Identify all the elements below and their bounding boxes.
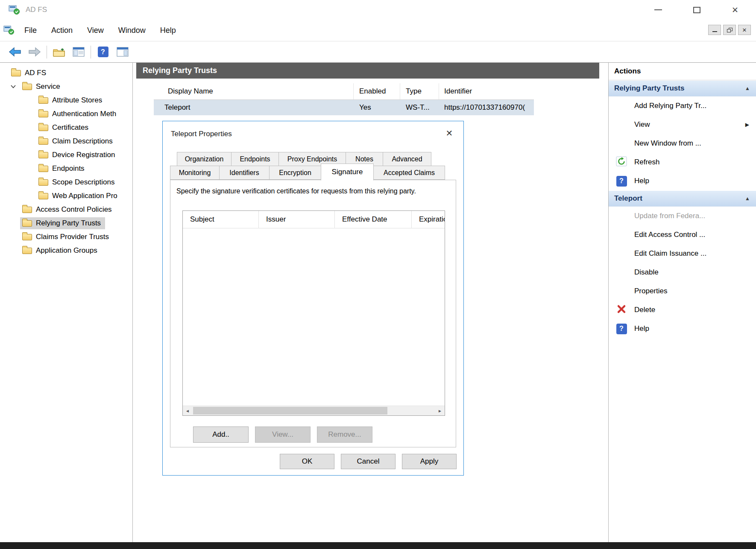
action-edit-access-control[interactable]: Edit Access Control ...	[609, 225, 756, 244]
mdi-restore-icon[interactable]	[723, 25, 736, 35]
column-effective-date[interactable]: Effective Date	[335, 211, 412, 228]
menu-file[interactable]: File	[17, 23, 44, 38]
dialog-close-icon[interactable]: ✕	[442, 126, 457, 140]
apply-button[interactable]: Apply	[402, 454, 457, 469]
folder-icon	[22, 220, 32, 227]
column-expiration[interactable]: Expiratio	[412, 211, 445, 228]
action-delete[interactable]: Delete	[609, 301, 756, 319]
actions-pane-title: Actions	[609, 63, 756, 80]
back-icon[interactable]	[5, 43, 25, 61]
actions-section-teleport[interactable]: Teleport ▲	[609, 190, 756, 207]
forward-icon[interactable]	[25, 43, 44, 61]
cell-identifier: https://10701337160970(	[439, 100, 534, 115]
action-pane-toggle-icon[interactable]	[113, 43, 132, 61]
dialog-tabs: Organization Endpoints Proxy Endpoints N…	[170, 152, 445, 180]
window-title: AD FS	[26, 6, 47, 14]
collapse-chevron-icon[interactable]: ▲	[745, 85, 750, 91]
column-enabled[interactable]: Enabled	[354, 83, 400, 99]
folder-icon	[38, 138, 48, 145]
action-view[interactable]: View ▶	[609, 115, 756, 134]
action-label: Edit Claim Issuance ...	[634, 249, 706, 258]
certificates-list[interactable]: Subject Issuer Effective Date Expiratio …	[182, 210, 445, 416]
toolbar-separator	[47, 46, 47, 58]
list-column-headers: Display Name Enabled Type Identifier	[154, 83, 534, 100]
tree-item-label: Application Groups	[36, 246, 97, 255]
folder-icon	[38, 97, 48, 104]
mdi-close-icon[interactable]: ✕	[738, 25, 751, 35]
add-button[interactable]: Add..	[193, 426, 249, 443]
tree-item-authentication-methods[interactable]: Authentication Meth	[0, 107, 132, 121]
action-new-window[interactable]: New Window from ...	[609, 134, 756, 153]
mdi-minimize-icon[interactable]	[708, 25, 721, 35]
tree-item-attribute-stores[interactable]: Attribute Stores	[0, 93, 132, 107]
scrollbar-thumb[interactable]	[193, 407, 387, 415]
ok-button[interactable]: OK	[280, 454, 334, 469]
certificates-column-headers: Subject Issuer Effective Date Expiratio	[183, 211, 445, 228]
section-header-label: Teleport	[614, 194, 642, 203]
action-help-teleport[interactable]: ? Help	[609, 319, 756, 338]
section-header-label: Relying Party Trusts	[614, 84, 684, 93]
tree-item-label: Claim Descriptions	[52, 137, 113, 146]
folder-icon	[38, 111, 48, 117]
actions-section-relying-party-trusts[interactable]: Relying Party Trusts ▲	[609, 80, 756, 96]
scroll-right-icon[interactable]: ►	[435, 406, 445, 415]
adfs-app-icon-small	[3, 25, 15, 36]
tab-signature[interactable]: Signature	[321, 164, 374, 181]
column-issuer[interactable]: Issuer	[259, 211, 335, 228]
action-help[interactable]: ? Help	[609, 172, 756, 190]
tree-item-service[interactable]: Service	[0, 80, 132, 93]
tree-item-web-application-proxy[interactable]: Web Application Pro	[0, 189, 132, 203]
close-icon[interactable]: ✕	[716, 0, 754, 20]
column-subject[interactable]: Subject	[183, 211, 259, 228]
column-display-name[interactable]: Display Name	[154, 83, 354, 99]
maximize-icon[interactable]	[677, 0, 716, 20]
tree-item-scope-descriptions[interactable]: Scope Descriptions	[0, 175, 132, 189]
actions-pane: Actions Relying Party Trusts ▲ Add Relyi…	[608, 63, 756, 542]
action-disable[interactable]: Disable	[609, 263, 756, 282]
tab-encryption[interactable]: Encryption	[269, 166, 321, 180]
table-row-teleport[interactable]: Teleport Yes WS-T... https://10701337160…	[154, 100, 534, 115]
folder-icon	[22, 234, 32, 240]
collapse-chevron-icon[interactable]: ▲	[745, 196, 750, 201]
tree-item-label: AD FS	[25, 69, 46, 77]
menu-help[interactable]: Help	[153, 23, 183, 38]
tree-item-endpoints[interactable]: Endpoints	[0, 162, 132, 175]
tab-advanced[interactable]: Advanced	[383, 152, 431, 166]
scroll-left-icon[interactable]: ◄	[183, 406, 192, 415]
tree-item-claims-provider-trusts[interactable]: Claims Provider Trusts	[0, 230, 132, 244]
column-type[interactable]: Type	[400, 83, 439, 99]
minimize-icon[interactable]	[639, 0, 677, 20]
folder-up-icon[interactable]	[49, 43, 69, 61]
teleport-properties-dialog: Teleport Properties ✕ Organization Endpo…	[162, 121, 464, 476]
bottom-edge-strip	[0, 542, 756, 549]
horizontal-scrollbar[interactable]: ◄ ►	[183, 406, 445, 415]
tree-item-adfs-root[interactable]: AD FS	[0, 66, 132, 80]
action-properties[interactable]: Properties	[609, 282, 756, 301]
action-add-relying-party-trust[interactable]: Add Relying Party Tr...	[609, 96, 756, 115]
cancel-button[interactable]: Cancel	[341, 454, 396, 469]
tree-item-relying-party-trusts[interactable]: Relying Party Trusts	[0, 216, 132, 230]
tab-identifiers[interactable]: Identifiers	[219, 166, 270, 180]
folder-icon	[38, 179, 48, 186]
tree-item-label: Web Application Pro	[52, 192, 117, 200]
menu-view[interactable]: View	[80, 23, 111, 38]
menu-action[interactable]: Action	[44, 23, 80, 38]
results-pane-header: Relying Party Trusts	[136, 63, 599, 79]
action-edit-claim-issuance[interactable]: Edit Claim Issuance ...	[609, 244, 756, 263]
tree-item-device-registration[interactable]: Device Registration	[0, 148, 132, 162]
chevron-down-icon[interactable]	[9, 85, 18, 88]
tree-item-certificates[interactable]: Certificates	[0, 121, 132, 134]
console-tree-icon[interactable]	[69, 43, 88, 61]
tab-endpoints[interactable]: Endpoints	[231, 152, 279, 166]
tab-organization[interactable]: Organization	[177, 152, 231, 166]
column-identifier[interactable]: Identifier	[439, 83, 534, 99]
cell-display-name: Teleport	[154, 100, 354, 115]
tree-item-application-groups[interactable]: Application Groups	[0, 244, 132, 257]
tree-item-claim-descriptions[interactable]: Claim Descriptions	[0, 134, 132, 148]
toolbar-help-icon[interactable]: ?	[93, 43, 113, 61]
tab-monitoring[interactable]: Monitoring	[170, 166, 220, 180]
tree-item-access-control-policies[interactable]: Access Control Policies	[0, 203, 132, 216]
action-refresh[interactable]: Refresh	[609, 153, 756, 172]
tab-accepted-claims[interactable]: Accepted Claims	[373, 166, 445, 180]
menu-window[interactable]: Window	[111, 23, 153, 38]
